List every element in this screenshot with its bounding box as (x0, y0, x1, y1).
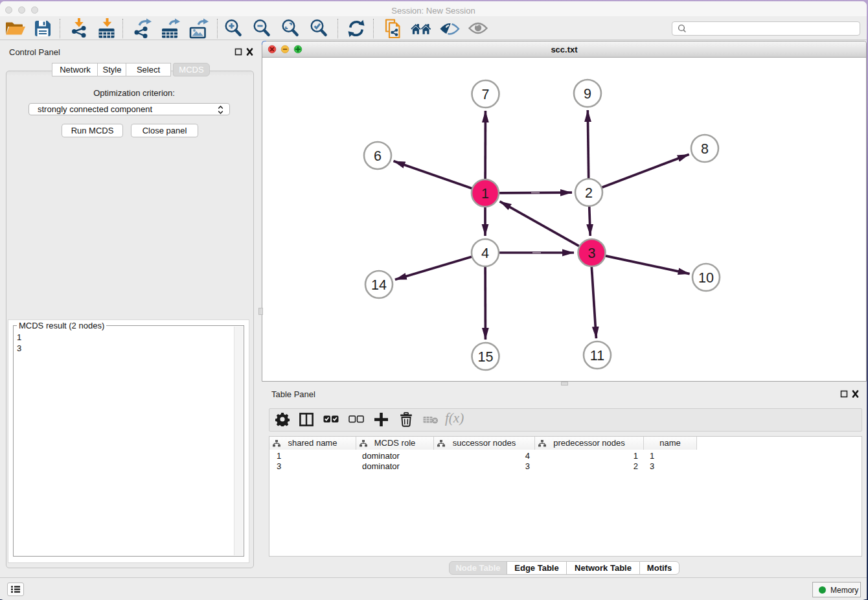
svg-text:14: 14 (371, 277, 387, 293)
svg-text:10: 10 (698, 270, 714, 286)
svg-text:4: 4 (481, 246, 489, 261)
svg-text:15: 15 (478, 349, 494, 365)
svg-text:8: 8 (701, 141, 709, 157)
svg-text:11: 11 (590, 348, 604, 363)
svg-text:7: 7 (482, 87, 490, 102)
svg-text:1: 1 (481, 186, 489, 202)
svg-text:6: 6 (374, 148, 382, 164)
svg-text:3: 3 (588, 246, 596, 261)
svg-text:2: 2 (585, 185, 593, 201)
svg-text:9: 9 (584, 86, 591, 102)
